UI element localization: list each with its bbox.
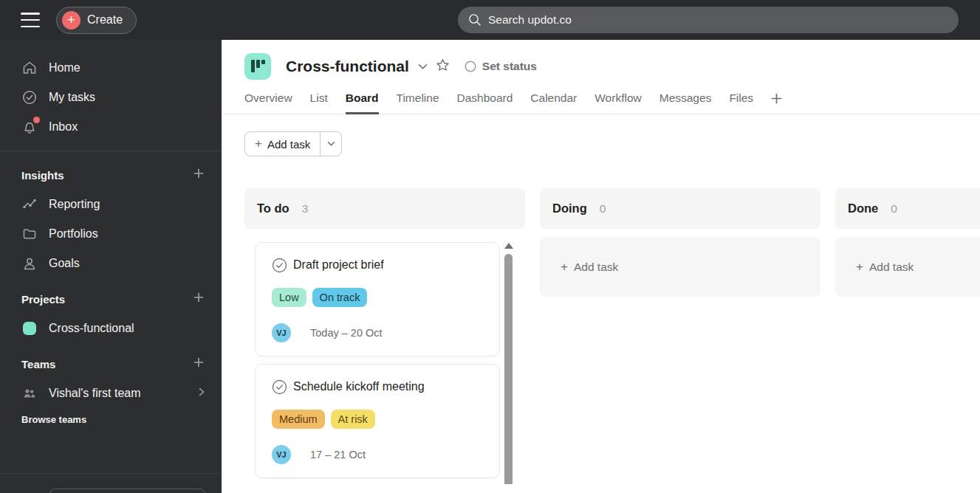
sidebar-item-my-tasks[interactable]: My tasks <box>0 83 222 112</box>
project-board-icon <box>244 53 271 80</box>
add-task-label: Add task <box>869 261 914 274</box>
scrollbar-thumb[interactable] <box>504 254 513 484</box>
assignee-avatar[interactable]: VJ <box>272 445 291 464</box>
notification-badge <box>33 117 40 123</box>
column-cards-scroll-area: Draft project brief Low On track VJ Toda… <box>244 229 525 484</box>
priority-tag[interactable]: Low <box>272 288 306 307</box>
trend-chart-icon <box>21 196 38 213</box>
sidebar-item-inbox[interactable]: Inbox <box>0 112 222 142</box>
topbar: + Create Search updot.co <box>0 0 980 40</box>
board-column-doing: Doing 0 + Add task <box>540 188 820 297</box>
section-label: Insights <box>21 169 193 182</box>
tab-dashboard[interactable]: Dashboard <box>457 86 513 114</box>
add-tab-button[interactable] <box>771 86 782 114</box>
column-count: 0 <box>891 202 897 216</box>
sidebar-item-label: Goals <box>49 257 80 270</box>
sidebar-section-projects[interactable]: Projects <box>0 284 222 314</box>
set-status-button[interactable]: Set status <box>465 60 537 73</box>
browse-teams-link[interactable]: Browse teams <box>0 414 222 425</box>
sidebar-item-home[interactable]: Home <box>0 53 222 83</box>
tab-bar: Overview List Board Timeline Dashboard C… <box>222 85 980 114</box>
task-title: Schedule kickoff meeting <box>293 380 425 393</box>
task-check-icon[interactable] <box>272 379 287 395</box>
add-task-button[interactable]: + Add task <box>245 132 320 156</box>
column-scrollbar[interactable] <box>503 241 515 484</box>
app-window: + Create Search updot.co Home My tasks I… <box>0 0 980 493</box>
sidebar-item-label: Reporting <box>49 198 100 211</box>
person-badge-icon <box>21 255 38 272</box>
status-tag[interactable]: At risk <box>331 410 375 429</box>
sidebar-item-team[interactable]: Vishal's first team <box>0 379 222 408</box>
status-circle-icon <box>465 61 476 72</box>
search-input[interactable]: Search updot.co <box>458 7 959 33</box>
due-date: Today – 20 Oct <box>310 327 383 339</box>
page-title: Cross-functional <box>286 58 409 75</box>
sidebar-item-project-cross-functional[interactable]: Cross-functional <box>0 314 222 343</box>
chevron-down-icon[interactable] <box>418 60 428 73</box>
task-card[interactable]: Draft project brief Low On track VJ Toda… <box>255 242 500 356</box>
column-name: Done <box>848 201 878 216</box>
add-task-label: Add task <box>574 261 618 274</box>
plus-icon: + <box>255 137 262 151</box>
tab-files[interactable]: Files <box>729 86 753 114</box>
column-name: Doing <box>552 201 587 216</box>
tab-calendar[interactable]: Calendar <box>530 86 577 114</box>
add-task-split-button: + Add task <box>244 131 342 156</box>
create-button[interactable]: + Create <box>56 7 137 34</box>
project-header: Cross-functional Set status <box>222 40 980 80</box>
sidebar-item-goals[interactable]: Goals <box>0 249 222 278</box>
add-task-placeholder[interactable]: + Add task <box>835 238 980 297</box>
status-tag[interactable]: On track <box>312 288 368 307</box>
task-check-icon[interactable] <box>272 258 287 273</box>
folder-icon <box>21 226 38 242</box>
sidebar-item-label: Vishal's first team <box>49 387 141 400</box>
add-project-button[interactable] <box>193 292 204 306</box>
section-label: Projects <box>21 293 193 306</box>
column-header[interactable]: To do 3 <box>244 188 525 229</box>
add-team-button[interactable] <box>193 357 204 370</box>
search-icon <box>468 13 482 27</box>
sidebar-toggle-icon[interactable] <box>21 13 40 27</box>
column-header[interactable]: Doing 0 <box>540 188 820 229</box>
add-task-options-button[interactable] <box>321 132 341 156</box>
star-favorite-icon[interactable] <box>436 58 450 75</box>
tab-list[interactable]: List <box>310 86 328 114</box>
task-title: Draft project brief <box>293 258 384 272</box>
sidebar-item-label: Cross-functional <box>49 322 134 335</box>
create-button-label: Create <box>87 13 123 27</box>
assignee-avatar[interactable]: VJ <box>272 323 291 342</box>
sidebar-item-label: My tasks <box>49 91 95 104</box>
sidebar-section-teams[interactable]: Teams <box>0 349 222 379</box>
project-color-swatch <box>21 320 38 337</box>
invite-teammates-button[interactable] <box>49 489 206 493</box>
plus-icon: + <box>561 260 568 275</box>
add-insight-button[interactable] <box>193 168 204 182</box>
scroll-up-arrow[interactable] <box>504 243 513 249</box>
divider <box>0 473 222 474</box>
main-content: Cross-functional Set status Overview Lis… <box>222 40 980 493</box>
tab-overview[interactable]: Overview <box>244 86 292 114</box>
sidebar-item-label: Inbox <box>49 120 78 134</box>
sidebar-item-portfolios[interactable]: Portfolios <box>0 219 222 249</box>
sidebar-section-insights[interactable]: Insights <box>0 160 222 190</box>
priority-tag[interactable]: Medium <box>272 410 325 429</box>
board-column-todo: To do 3 Draft project brief Low On track <box>244 188 525 484</box>
tab-workflow[interactable]: Workflow <box>594 86 641 114</box>
board-column-done: Done 0 + Add task <box>835 188 980 297</box>
sidebar-item-reporting[interactable]: Reporting <box>0 190 222 219</box>
add-task-placeholder[interactable]: + Add task <box>540 238 820 297</box>
sidebar: Home My tasks Inbox Insights Reporting P… <box>0 40 222 493</box>
column-count: 0 <box>600 202 606 216</box>
toolbar: + Add task <box>222 114 980 156</box>
tab-timeline[interactable]: Timeline <box>397 86 439 114</box>
column-header[interactable]: Done 0 <box>835 188 980 229</box>
tab-messages[interactable]: Messages <box>659 86 712 114</box>
chevron-right-icon[interactable] <box>198 387 205 400</box>
due-date: 17 – 21 Oct <box>310 449 366 461</box>
team-people-icon <box>21 385 38 401</box>
tab-board[interactable]: Board <box>346 86 379 114</box>
task-card[interactable]: Schedule kickoff meeting Medium At risk … <box>255 364 500 478</box>
column-count: 3 <box>302 202 309 216</box>
column-name: To do <box>257 201 289 216</box>
sidebar-item-label: Portfolios <box>49 227 98 241</box>
